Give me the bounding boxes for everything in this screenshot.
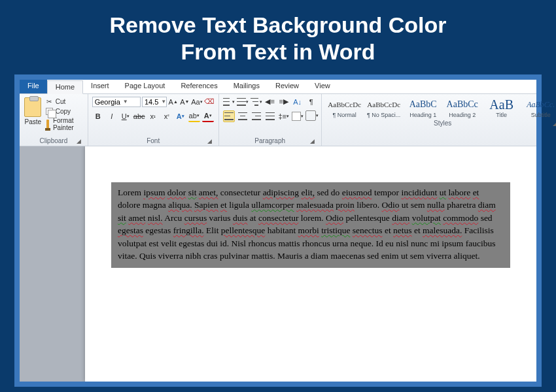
format-painter-button[interactable]: Format Painter (45, 117, 84, 131)
paste-button[interactable]: Paste (24, 96, 43, 125)
tab-references[interactable]: References (173, 80, 225, 93)
tutorial-title: Remove Text Background Color From Text i… (0, 0, 556, 74)
style--no-spaci-[interactable]: AaBbCcDc¶ No Spaci... (365, 96, 403, 120)
paragraph-dialog-launcher[interactable]: ◢ (309, 138, 316, 144)
copy-label: Copy (56, 108, 71, 115)
group-label-styles: Styles ◢ (326, 120, 556, 128)
font-dialog-launcher[interactable]: ◢ (207, 138, 213, 144)
scissors-icon: ✂ (45, 97, 54, 106)
group-clipboard: Paste ✂ Cut Copy Format Pai (20, 94, 88, 146)
group-label-paragraph: Paragraph ◢ (223, 137, 317, 146)
align-right-button[interactable] (251, 110, 262, 122)
justify-icon (266, 112, 275, 120)
bullets-icon (223, 98, 232, 106)
tab-page-layout[interactable]: Page Layout (117, 80, 173, 93)
tab-review[interactable]: Review (268, 80, 307, 93)
align-center-button[interactable] (237, 110, 249, 122)
word-window: File Home Insert Page Layout References … (20, 80, 536, 382)
font-color-button[interactable]: A▾ (202, 110, 214, 122)
style-preview: AaBbCcDc (365, 97, 403, 112)
shrink-font-button[interactable]: A▼ (180, 96, 190, 108)
shading-icon (292, 112, 301, 121)
style-heading-1[interactable]: AaBbCHeading 1 (404, 96, 442, 120)
style-preview: AaBbCc. (522, 97, 556, 112)
style-name: Title (483, 112, 521, 118)
clipboard-dialog-launcher[interactable]: ◢ (76, 138, 82, 144)
shading-button[interactable]: ▾ (292, 110, 304, 122)
tab-home[interactable]: Home (47, 80, 83, 94)
line-spacing-button[interactable]: ‡≡▾ (278, 110, 290, 122)
borders-button[interactable]: ▾ (305, 110, 316, 121)
chevron-down-icon: ▼ (161, 99, 166, 105)
text-effects-button[interactable]: A▾ (175, 110, 186, 122)
font-name-value: Georgia (95, 98, 120, 106)
font-name-combo[interactable]: Georgia▼ (92, 97, 141, 107)
font-size-value: 14.5 (145, 98, 158, 106)
chevron-down-icon: ▼ (123, 99, 128, 105)
style-preview: AaBbCc (443, 97, 481, 112)
cut-label: Cut (56, 98, 66, 105)
copy-button[interactable]: Copy (45, 107, 84, 116)
multilevel-button[interactable]: ▾ (251, 96, 262, 108)
style-name: Subtitle (522, 112, 556, 118)
styles-dialog-launcher[interactable]: ◢ (552, 120, 556, 127)
style-preview: AaBbC (404, 97, 442, 112)
italic-button[interactable]: I (106, 110, 118, 122)
grow-font-button[interactable]: A▲ (168, 96, 179, 108)
align-right-icon (252, 112, 261, 120)
style-name: Heading 2 (443, 112, 481, 118)
bold-button[interactable]: B (92, 110, 104, 122)
style-preview: AaBbCcDc (326, 97, 364, 112)
clear-formatting-button[interactable]: ⌫ (204, 96, 215, 108)
show-marks-button[interactable]: ¶ (305, 96, 317, 108)
style--normal[interactable]: AaBbCcDc¶ Normal (326, 96, 364, 120)
group-paragraph: ▾ ▾ ▾ ◀≡ ≡▶ A↓ ¶ ‡≡▾ ▾ (219, 94, 322, 146)
bullets-button[interactable]: ▾ (223, 96, 235, 108)
align-center-icon (238, 112, 247, 120)
style-subtitle[interactable]: AaBbCc.Subtitle (522, 96, 556, 120)
align-left-button[interactable] (223, 110, 235, 122)
font-size-combo[interactable]: 14.5▼ (142, 97, 167, 107)
group-label-clipboard: Clipboard ◢ (24, 137, 84, 146)
tab-insert[interactable]: Insert (83, 80, 117, 93)
tab-mailings[interactable]: Mailings (226, 80, 268, 93)
group-styles: AaBbCcDc¶ NormalAaBbCcDc¶ No Spaci...AaB… (322, 94, 556, 146)
highlighted-text-block[interactable]: Lorem ipsum dolor sit amet, consectetur … (111, 182, 510, 268)
underline-button[interactable]: U▾ (120, 110, 131, 122)
screenshot-frame: File Home Insert Page Layout References … (14, 74, 542, 387)
decrease-indent-button[interactable]: ◀≡ (264, 96, 276, 108)
title-line1: Remove Text Background Color (0, 12, 556, 39)
style-title[interactable]: AaBTitle (483, 96, 521, 120)
document-page[interactable]: Lorem ipsum dolor sit amet, consectetur … (85, 146, 536, 382)
tab-file[interactable]: File (20, 80, 47, 93)
multilevel-icon (251, 98, 260, 106)
style-name: ¶ No Spaci... (365, 112, 403, 118)
paste-label: Paste (25, 118, 42, 125)
subscript-button[interactable]: x₂ (147, 110, 159, 122)
page-gutter (20, 146, 85, 382)
align-left-icon (224, 112, 234, 120)
highlight-button[interactable]: ab▾ (188, 110, 200, 122)
ribbon-tabs: File Home Insert Page Layout References … (20, 80, 536, 94)
strikethrough-button[interactable]: abc (133, 110, 145, 122)
numbering-icon (237, 98, 246, 106)
change-case-button[interactable]: Aa▾ (191, 96, 202, 108)
group-label-font: Font ◢ (92, 137, 215, 146)
superscript-button[interactable]: x² (161, 110, 173, 122)
cut-button[interactable]: ✂ Cut (45, 97, 84, 106)
format-painter-label: Format Painter (53, 117, 84, 131)
brush-icon (46, 120, 49, 129)
sort-button[interactable]: A↓ (292, 96, 304, 108)
style-heading-2[interactable]: AaBbCcHeading 2 (443, 96, 481, 120)
document-area: Lorem ipsum dolor sit amet, consectetur … (20, 146, 536, 382)
group-font: Georgia▼ 14.5▼ A▲ A▼ Aa▾ ⌫ B I U▾ (88, 94, 219, 146)
tab-view[interactable]: View (307, 80, 338, 93)
numbering-button[interactable]: ▾ (237, 96, 249, 108)
paste-icon (24, 97, 41, 117)
style-preview: AaB (483, 97, 521, 112)
justify-button[interactable] (264, 110, 276, 122)
style-name: Heading 1 (404, 112, 442, 118)
ribbon: Paste ✂ Cut Copy Format Pai (20, 94, 536, 146)
style-name: ¶ Normal (326, 112, 364, 118)
increase-indent-button[interactable]: ≡▶ (278, 96, 290, 108)
